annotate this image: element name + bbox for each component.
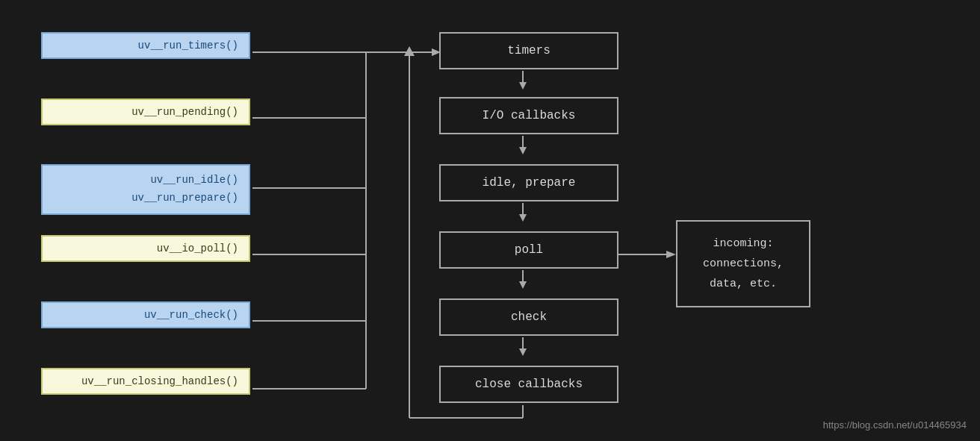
svg-marker-16 [519,214,527,222]
svg-marker-20 [519,348,527,356]
idle-prepare-flow-box: idle, prepare [439,164,618,201]
svg-marker-18 [519,281,527,289]
pending-fn-box: uv__run_pending() [41,98,250,125]
idle-prepare-fn-box: uv__run_idle()uv__run_prepare() [41,164,250,215]
watermark: https://blog.csdn.net/u014465934 [823,419,967,431]
timers-fn-box: uv__run_timers() [41,32,250,59]
svg-marker-1 [432,49,439,56]
timers-flow-box: timers [439,32,618,69]
closing-fn-box: uv__run_closing_handles() [41,368,250,395]
io-callbacks-flow-box: I/O callbacks [439,97,618,134]
poll-flow-box: poll [439,231,618,269]
incoming-info-box: incoming:connections,data, etc. [676,220,810,307]
svg-marker-24 [404,46,415,56]
svg-marker-26 [666,251,676,258]
svg-marker-14 [519,147,527,154]
close-callbacks-flow-box: close callbacks [439,366,618,403]
svg-marker-12 [519,82,527,90]
check-flow-box: check [439,298,618,336]
poll-fn-box: uv__io_poll() [41,235,250,262]
check-fn-box: uv__run_check() [41,301,250,328]
